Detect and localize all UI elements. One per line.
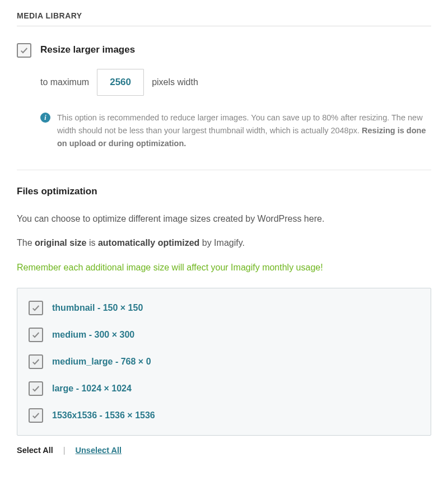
size-checkbox-large[interactable] [29, 381, 43, 396]
size-row: thumbnail - 150 × 150 [29, 301, 419, 315]
files-line2-strong2: automatically optimized [98, 238, 199, 247]
info-icon: i [40, 113, 50, 123]
resize-info-row: i This option is recommended to reduce l… [40, 111, 431, 151]
check-icon [31, 330, 40, 339]
resize-checkbox[interactable] [17, 43, 31, 58]
actions-row: Select All | Unselect All [17, 446, 431, 455]
resize-width-input[interactable] [97, 69, 144, 96]
select-all-link[interactable]: Select All [17, 446, 53, 455]
files-line2: The original size is automatically optim… [17, 236, 431, 250]
size-checkbox-medium-large[interactable] [29, 354, 43, 369]
files-line2-suffix: by Imagify. [199, 238, 245, 247]
size-row: 1536x1536 - 1536 × 1536 [29, 408, 419, 423]
resize-info-text: This option is recommended to reduce lar… [57, 111, 431, 151]
size-label: medium_large - 768 × 0 [52, 357, 151, 367]
section-title: MEDIA LIBRARY [17, 11, 431, 26]
sizes-box: thumbnail - 150 × 150 medium - 300 × 300… [17, 288, 431, 436]
files-title: Files optimization [17, 186, 431, 197]
size-label: 1536x1536 - 1536 × 1536 [52, 410, 155, 421]
size-row: medium - 300 × 300 [29, 328, 419, 342]
size-label: large - 1024 × 1024 [52, 384, 132, 394]
check-icon [31, 384, 40, 393]
resize-sub-row: to maximum pixels width [40, 69, 431, 96]
divider [17, 170, 431, 170]
check-icon [31, 303, 40, 312]
check-icon [20, 46, 29, 55]
size-row: large - 1024 × 1024 [29, 381, 419, 396]
files-line2-mid: is [86, 238, 97, 247]
resize-suffix: pixels width [152, 77, 198, 87]
unselect-all-link[interactable]: Unselect All [76, 446, 122, 455]
resize-label: Resize larger images [40, 44, 431, 55]
files-intro: You can choose to optimize different ima… [17, 212, 431, 226]
resize-prefix: to maximum [40, 77, 89, 87]
size-checkbox-1536[interactable] [29, 408, 43, 423]
check-icon [31, 357, 40, 366]
size-checkbox-thumbnail[interactable] [29, 301, 43, 315]
size-label: medium - 300 × 300 [52, 330, 134, 340]
files-warning: Remember each additional image size will… [17, 260, 431, 275]
resize-option-row: Resize larger images to maximum pixels w… [17, 43, 431, 151]
check-icon [31, 411, 40, 420]
files-line2-strong1: original size [35, 238, 86, 247]
action-separator: | [63, 446, 66, 455]
resize-content: Resize larger images to maximum pixels w… [40, 43, 431, 151]
files-line2-prefix: The [17, 238, 35, 247]
size-checkbox-medium[interactable] [29, 328, 43, 342]
size-label: thumbnail - 150 × 150 [52, 303, 143, 313]
size-row: medium_large - 768 × 0 [29, 354, 419, 369]
